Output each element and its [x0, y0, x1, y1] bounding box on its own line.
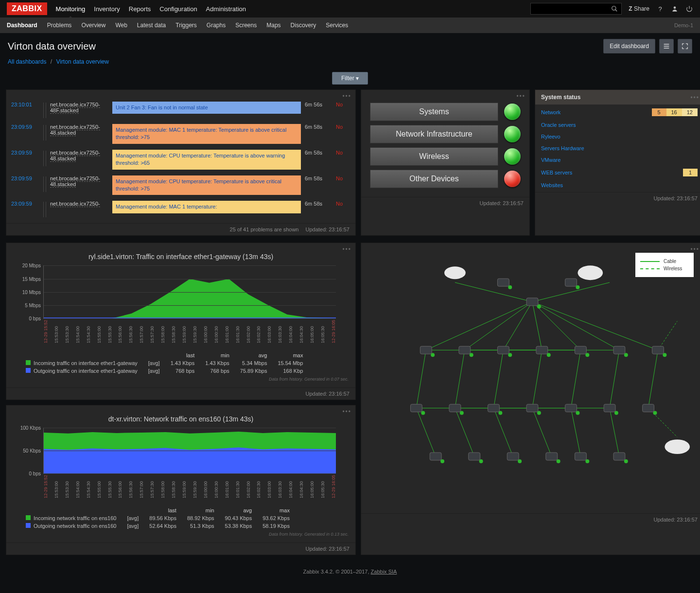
svg-line-23	[416, 408, 436, 456]
widget-menu-icon[interactable]: •••	[342, 408, 351, 415]
subnav-item-latest-data[interactable]: Latest data	[137, 22, 166, 29]
map-updated: Updated: 23:16:57	[653, 517, 698, 523]
svg-rect-66	[565, 404, 577, 412]
help-icon[interactable]: ?	[656, 5, 664, 13]
problem-row: 23:09:59 net.brocade.icx7250-48.stacked …	[11, 173, 350, 198]
widget-menu-icon[interactable]: •••	[516, 93, 525, 100]
status-badge[interactable]: 16	[666, 108, 682, 116]
system-status-row: Oracle servers	[535, 119, 700, 131]
system-name[interactable]: Oracle servers	[541, 122, 698, 128]
problem-time[interactable]: 23:09:59	[11, 201, 39, 207]
svg-line-16	[416, 350, 426, 408]
svg-point-53	[585, 353, 589, 357]
subnav-item-triggers[interactable]: Triggers	[175, 22, 197, 29]
problem-host[interactable]: net.brocade.icx7250-	[50, 201, 108, 207]
svg-line-1	[615, 10, 617, 12]
crumb-all-dashboards[interactable]: All dashboards	[8, 58, 46, 65]
problem-time[interactable]: 23:09:59	[11, 124, 39, 130]
topnav-item-monitoring[interactable]: Monitoring	[56, 5, 86, 13]
problem-message[interactable]: Management module: MAC 1 temperature: Te…	[112, 124, 301, 144]
svg-point-67	[576, 411, 579, 415]
problem-message[interactable]: Management module: CPU temperature: Temp…	[112, 175, 301, 195]
svg-line-20	[571, 350, 581, 408]
problem-ack[interactable]: No	[336, 150, 350, 156]
subnav-item-discovery[interactable]: Discovery	[291, 22, 316, 29]
status-label: Other Devices	[370, 170, 498, 188]
problem-host[interactable]: net.brocade.icx7250-48.stacked	[50, 175, 108, 187]
share-link[interactable]: Z Share	[629, 5, 649, 12]
svg-rect-78	[546, 453, 558, 460]
problem-time[interactable]: 23:10:01	[11, 102, 39, 107]
problem-row: 23:09:59 net.brocade.icx7250-48.stacked …	[11, 147, 350, 173]
logo[interactable]: ZABBIX	[7, 2, 47, 15]
topnav-item-configuration[interactable]: Configuration	[159, 5, 197, 13]
subnav-item-screens[interactable]: Screens	[235, 22, 257, 29]
system-status-row: Network51612	[535, 105, 700, 119]
problem-ack[interactable]: No	[336, 175, 350, 181]
topnav-item-inventory[interactable]: Inventory	[94, 5, 120, 13]
status-badge[interactable]: 12	[682, 108, 698, 116]
system-status-updated: Updated: 23:16:57	[653, 195, 698, 201]
system-name[interactable]: Ryleevo	[541, 134, 698, 140]
problem-host[interactable]: net.brocade.icx7250-48.stacked	[50, 150, 108, 161]
system-status-row: Ryleevo	[535, 131, 700, 142]
problem-ack[interactable]: No	[336, 124, 350, 130]
system-name[interactable]: WEB servers	[541, 170, 683, 175]
edit-dashboard-button[interactable]: Edit dashboard	[603, 39, 655, 53]
system-name[interactable]: VMware	[541, 157, 698, 163]
sub-nav: DashboardProblemsOverviewWebLatest dataT…	[0, 17, 700, 33]
network-topology-map[interactable]	[368, 253, 697, 496]
problem-host[interactable]: net.brocade.icx7750-48F.stacked	[50, 102, 108, 113]
problem-host[interactable]: net.brocade.icx7250-48.stacked	[50, 124, 108, 136]
problem-message[interactable]: Unit 2 Fan 3: Fan is not in normal state	[112, 102, 301, 114]
problem-time[interactable]: 23:09:59	[11, 175, 39, 181]
subnav-item-problems[interactable]: Problems	[47, 22, 72, 29]
widget-menu-icon[interactable]: •••	[342, 246, 351, 253]
subnav-item-web[interactable]: Web	[115, 22, 127, 29]
topnav-item-administration[interactable]: Administration	[206, 5, 246, 13]
subnav-item-overview[interactable]: Overview	[81, 22, 105, 29]
status-row: Other Devices	[370, 170, 521, 188]
status-badge[interactable]: 1	[683, 169, 698, 176]
subnav-item-graphs[interactable]: Graphs	[207, 22, 226, 29]
problem-ack[interactable]: No	[336, 201, 350, 207]
chart-title: dt-xr.virton: Network traffic on ens160 …	[13, 415, 349, 423]
problem-message[interactable]: Management module: MAC 1 temperature:	[112, 201, 301, 213]
fullscreen-icon[interactable]	[678, 39, 692, 53]
problem-message[interactable]: Management module: CPU temperature: Temp…	[112, 150, 301, 170]
user-icon[interactable]	[671, 5, 679, 13]
dashboard-menu-icon[interactable]	[659, 39, 674, 53]
filter-toggle-button[interactable]: Filter ▾	[332, 72, 368, 85]
svg-rect-74	[469, 453, 480, 460]
status-badge[interactable]: 5	[652, 108, 666, 116]
search-input[interactable]	[530, 3, 622, 15]
system-name[interactable]: Websites	[541, 182, 698, 188]
problem-time[interactable]: 23:09:59	[11, 150, 39, 156]
topnav-item-reports[interactable]: Reports	[129, 5, 151, 13]
system-status-row: Servers Hardware	[535, 142, 700, 154]
widget-menu-icon[interactable]: •••	[690, 94, 700, 101]
subnav-item-services[interactable]: Services	[326, 22, 348, 29]
filter-bar: Filter ▾	[0, 70, 700, 89]
system-name[interactable]: Network	[541, 109, 652, 115]
system-name[interactable]: Servers Hardware	[541, 145, 698, 151]
svg-point-57	[663, 353, 666, 357]
svg-line-10	[465, 302, 532, 350]
crumb-current[interactable]: Virton data overview	[56, 58, 109, 65]
power-icon[interactable]	[685, 5, 693, 13]
subnav-item-maps[interactable]: Maps	[266, 22, 280, 29]
footer-link[interactable]: Zabbix SIA	[371, 569, 397, 575]
svg-rect-72	[430, 453, 441, 460]
svg-point-51	[547, 353, 551, 357]
svg-rect-60	[449, 404, 461, 412]
problems-widget: ••• 23:10:01 net.brocade.icx7750-48F.sta…	[6, 89, 356, 236]
svg-marker-6	[44, 279, 336, 318]
subnav-item-dashboard[interactable]: Dashboard	[7, 22, 37, 29]
problem-row: 23:09:59 net.brocade.icx7250- Management…	[11, 198, 350, 220]
widget-menu-icon[interactable]: •••	[342, 93, 351, 100]
svg-point-69	[614, 411, 618, 415]
chart-updated: Updated: 23:16:57	[305, 391, 350, 397]
page-header: Virton data overview Edit dashboard	[0, 33, 700, 58]
problem-ack[interactable]: No	[336, 102, 350, 107]
svg-rect-62	[488, 404, 500, 412]
